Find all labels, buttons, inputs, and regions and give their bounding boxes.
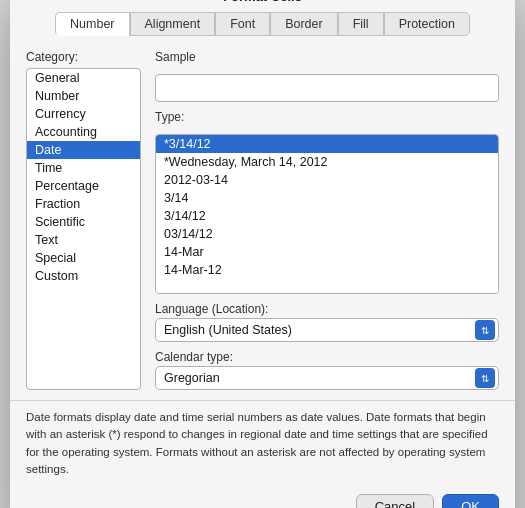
category-special[interactable]: Special <box>27 249 140 267</box>
category-general[interactable]: General <box>27 69 140 87</box>
type-item-3[interactable]: 3/14 <box>156 189 498 207</box>
tab-border[interactable]: Border <box>270 12 338 36</box>
calendar-select[interactable]: Gregorian <box>155 366 499 390</box>
calendar-group: Calendar type: Gregorian ⇅ <box>155 350 499 390</box>
tab-bar: Number Alignment Font Border Fill Protec… <box>10 4 515 36</box>
category-custom[interactable]: Custom <box>27 267 140 285</box>
category-list[interactable]: General Number Currency Accounting Date … <box>26 68 141 390</box>
description-text: Date formats display date and time seria… <box>10 400 515 486</box>
ok-button[interactable]: OK <box>442 494 499 508</box>
type-item-1[interactable]: *Wednesday, March 14, 2012 <box>156 153 498 171</box>
language-label: Language (Location): <box>155 302 499 316</box>
category-currency[interactable]: Currency <box>27 105 140 123</box>
language-select[interactable]: English (United States) <box>155 318 499 342</box>
type-item-6[interactable]: 14-Mar <box>156 243 498 261</box>
category-number[interactable]: Number <box>27 87 140 105</box>
main-content: Category: General Number Currency Accoun… <box>10 36 515 400</box>
tab-font[interactable]: Font <box>215 12 270 36</box>
cancel-button[interactable]: Cancel <box>356 494 434 508</box>
language-group: Language (Location): English (United Sta… <box>155 302 499 342</box>
left-panel: Category: General Number Currency Accoun… <box>26 50 141 390</box>
tab-alignment[interactable]: Alignment <box>130 12 216 36</box>
type-item-0[interactable]: *3/14/12 <box>156 135 498 153</box>
category-text[interactable]: Text <box>27 231 140 249</box>
type-label: Type: <box>155 110 499 124</box>
category-fraction[interactable]: Fraction <box>27 195 140 213</box>
category-time[interactable]: Time <box>27 159 140 177</box>
type-item-4[interactable]: 3/14/12 <box>156 207 498 225</box>
type-list[interactable]: *3/14/12 *Wednesday, March 14, 2012 2012… <box>156 135 498 294</box>
tab-number[interactable]: Number <box>55 12 129 36</box>
sample-box <box>155 74 499 102</box>
language-select-wrapper: English (United States) ⇅ <box>155 318 499 342</box>
calendar-label: Calendar type: <box>155 350 499 364</box>
category-scientific[interactable]: Scientific <box>27 213 140 231</box>
button-row: Cancel OK <box>10 486 515 508</box>
type-list-container: *3/14/12 *Wednesday, March 14, 2012 2012… <box>155 134 499 294</box>
right-panel: Sample Type: *3/14/12 *Wednesday, March … <box>155 50 499 390</box>
type-item-2[interactable]: 2012-03-14 <box>156 171 498 189</box>
calendar-select-wrapper: Gregorian ⇅ <box>155 366 499 390</box>
format-cells-dialog: Format Cells Number Alignment Font Borde… <box>10 0 515 508</box>
type-item-7[interactable]: 14-Mar-12 <box>156 261 498 279</box>
category-label: Category: <box>26 50 141 64</box>
tab-protection[interactable]: Protection <box>384 12 470 36</box>
type-item-5[interactable]: 03/14/12 <box>156 225 498 243</box>
sample-label: Sample <box>155 50 499 64</box>
category-percentage[interactable]: Percentage <box>27 177 140 195</box>
tab-fill[interactable]: Fill <box>338 12 384 36</box>
category-date[interactable]: Date <box>27 141 140 159</box>
category-accounting[interactable]: Accounting <box>27 123 140 141</box>
